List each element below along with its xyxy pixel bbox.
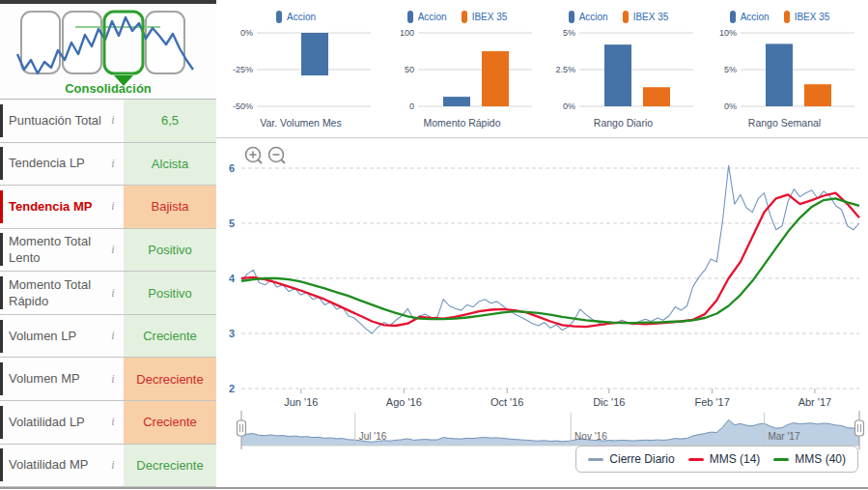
indicators-table: Puntuación Totali6,5Tendencia LPiAlcista… — [0, 99, 216, 487]
zoom-out-icon[interactable] — [269, 148, 286, 164]
indicator-value: Creciente — [124, 401, 216, 444]
y-axis-label: 3 — [229, 328, 235, 339]
legend-label[interactable]: IBEX 35 — [472, 12, 508, 22]
mini-chart-card: AccionIBEX 355%2.5%0%Rango Diario — [543, 0, 704, 137]
mini-chart-plot: 0%-25%-50% — [224, 25, 378, 116]
indicator-value: Alcista — [124, 143, 216, 186]
legend-label[interactable]: IBEX 35 — [633, 12, 669, 22]
indicator-label: Volumen LP — [9, 328, 102, 345]
row-accent-bar — [0, 406, 3, 439]
x-axis-label: Dic '16 — [593, 396, 625, 408]
ibex-legend-icon — [784, 11, 790, 23]
mini-chart-card: Accion0%-25%-50%Var. Volumen Mes — [220, 0, 381, 137]
row-accent-bar — [0, 147, 3, 180]
legend-item[interactable]: MMS (40) — [773, 452, 846, 466]
row-accent-bar — [0, 104, 3, 137]
info-icon[interactable]: i — [102, 157, 124, 171]
mini-chart-legend: AccionIBEX 35 — [381, 8, 543, 25]
legend-item[interactable]: Cierre Diario — [588, 452, 674, 466]
info-icon[interactable]: i — [102, 372, 124, 387]
bar-accion — [443, 97, 470, 106]
y-axis-label: 6 — [229, 162, 235, 174]
zoom-in-icon[interactable] — [246, 148, 263, 164]
table-row: Volatilidad MPiDecreciente — [0, 445, 216, 488]
indicator-label: Puntuación Total — [9, 112, 102, 130]
indicator-label: Momento Total Rápido — [9, 276, 102, 310]
legend-label[interactable]: Accion — [741, 12, 770, 22]
y-tick-label: 0 — [408, 101, 413, 111]
mini-chart-card: AccionIBEX 3510%5%0%Rango Semanal — [704, 0, 865, 137]
legend-label[interactable]: IBEX 35 — [795, 12, 830, 22]
main-chart: 23456Jun '16Ago '16Oct '16Dic '16Feb '17… — [216, 137, 868, 489]
y-tick-label: 0% — [723, 101, 736, 111]
indicator-value: Decreciente — [124, 445, 216, 487]
bar-accion — [604, 44, 631, 106]
left-panel: Consolidación Puntuación Totali6,5Tenden… — [0, 0, 216, 488]
row-accent-bar — [0, 190, 3, 223]
indicator-value: Bajista — [124, 186, 216, 228]
indicator-value: 6,5 — [124, 100, 216, 142]
info-icon[interactable]: i — [102, 458, 124, 473]
legend-label[interactable]: Accion — [287, 12, 316, 22]
info-icon[interactable]: i — [102, 113, 124, 128]
y-tick-label: 0% — [562, 101, 574, 111]
bar-ibex — [804, 84, 831, 106]
y-tick-label: -25% — [232, 65, 252, 74]
indicator-value: Creciente — [124, 315, 216, 358]
info-icon[interactable]: i — [102, 329, 124, 343]
cierre-diario-line — [241, 165, 859, 333]
x-axis-label: Ago '16 — [386, 396, 422, 408]
legend-swatch — [688, 458, 704, 461]
y-tick-label: 100 — [399, 28, 413, 38]
legend-item-label: MMS (14) — [710, 452, 761, 466]
indicator-label: Tendencia LP — [9, 155, 102, 172]
y-tick-label: 50 — [404, 65, 413, 74]
navigator-label: Nov '16 — [574, 431, 607, 442]
mini-chart-legend: AccionIBEX 35 — [543, 8, 704, 25]
mini-chart-card: AccionIBEX 35100500Momento Rápido — [381, 0, 543, 137]
indicator-label: Volumen MP — [9, 370, 102, 388]
legend-item[interactable]: MMS (14) — [688, 452, 761, 466]
x-axis-label: Jun '16 — [284, 396, 318, 408]
y-axis-label: 4 — [229, 273, 236, 284]
legend-label[interactable]: Accion — [579, 12, 608, 22]
row-accent-bar — [0, 233, 3, 266]
info-icon[interactable]: i — [102, 415, 124, 429]
accion-legend-icon — [730, 11, 736, 23]
y-tick-label: 5% — [562, 28, 574, 38]
y-axis-label: 5 — [229, 217, 235, 229]
indicator-label: Volatilidad LP — [9, 414, 102, 431]
indicator-label: Volatilidad MP — [9, 456, 102, 474]
page-bottom-border — [0, 487, 868, 489]
table-row: Momento Total LentoiPositivo — [0, 229, 216, 273]
ibex-legend-icon — [462, 11, 467, 23]
mini-chart-plot: 5%2.5%0% — [546, 25, 701, 116]
legend-item-label: Cierre Diario — [609, 452, 674, 466]
mini-chart-title: Rango Semanal — [704, 117, 865, 129]
mini-charts-strip: Accion0%-25%-50%Var. Volumen MesAccionIB… — [216, 0, 868, 137]
table-row: Volatilidad LPiCreciente — [0, 401, 216, 445]
row-accent-bar — [0, 320, 3, 353]
navigator-area[interactable] — [241, 419, 859, 446]
info-icon[interactable]: i — [102, 243, 124, 257]
row-accent-bar — [0, 276, 3, 309]
table-row: Puntuación Totali6,5 — [0, 100, 216, 143]
pattern-selector: Consolidación — [0, 4, 216, 99]
bar-accion — [301, 33, 328, 75]
x-axis-label: Abr '17 — [798, 396, 832, 408]
table-row: Volumen MPiDecreciente — [0, 358, 216, 401]
x-axis-label: Oct '16 — [490, 396, 524, 408]
indicator-label: Momento Total Lento — [9, 233, 102, 267]
navigator-label: Mar '17 — [768, 431, 799, 442]
legend-swatch — [773, 458, 789, 461]
bar-accion — [766, 43, 793, 106]
accion-legend-icon — [569, 11, 574, 23]
info-icon[interactable]: i — [102, 286, 124, 301]
legend-label[interactable]: Accion — [418, 12, 447, 22]
info-icon[interactable]: i — [102, 199, 124, 214]
table-row: Tendencia LPiAlcista — [0, 143, 216, 187]
mini-chart-title: Var. Volumen Mes — [220, 117, 381, 129]
mini-chart-plot: 10%5%0% — [708, 25, 862, 116]
navigator-label: Jul '16 — [359, 431, 387, 442]
y-tick-label: 5% — [723, 65, 736, 74]
